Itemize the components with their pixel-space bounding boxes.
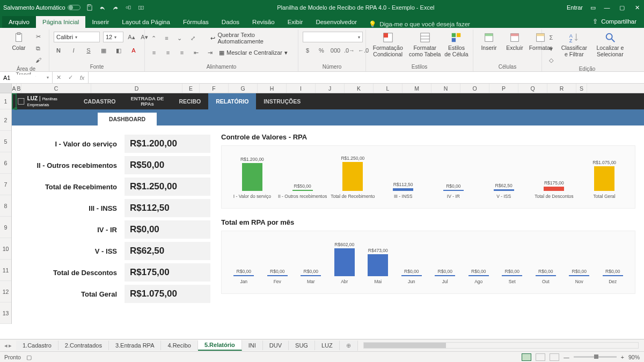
maximize-button[interactable]: ▢: [618, 4, 626, 11]
zoom-out-button[interactable]: —: [564, 354, 569, 360]
row-header[interactable]: 9: [0, 217, 11, 238]
align-right-icon[interactable]: ≡: [177, 48, 187, 57]
name-box-input[interactable]: [3, 75, 35, 81]
ribbon-opts-icon[interactable]: ▭: [590, 4, 596, 11]
font-size-combo[interactable]: 12▾: [103, 32, 123, 42]
col-header[interactable]: C: [21, 84, 91, 93]
col-header[interactable]: N: [431, 84, 460, 93]
tab-home[interactable]: Página Inicial: [36, 16, 85, 28]
wrap-text-button[interactable]: ↩Quebrar Texto Automaticamente: [210, 32, 294, 45]
sheet-nav-last-icon[interactable]: ▸: [9, 342, 12, 349]
worksheet-grid[interactable]: ABCDEFGHIJKLMNOPQRS 125678910111213 LUZ …: [0, 84, 644, 327]
copy-icon[interactable]: ⧉: [33, 43, 43, 53]
nav-entrada[interactable]: ENTRADA DERPAs: [123, 93, 172, 109]
sheet-tab-relatorio[interactable]: 5.Relatório: [198, 340, 242, 351]
redo-icon[interactable]: [112, 4, 119, 11]
insert-cells-button[interactable]: Inserir: [478, 32, 500, 51]
dashboard-tab[interactable]: DASHBOARD: [98, 113, 157, 125]
share-button[interactable]: ⇪ Compartilhar: [585, 15, 644, 28]
col-header[interactable]: A: [12, 84, 17, 93]
col-header[interactable]: F: [200, 84, 229, 93]
tab-developer[interactable]: Desenvolvedor: [309, 16, 363, 28]
col-header[interactable]: H: [258, 84, 287, 93]
sheet-tab-recibo[interactable]: 4.Recibo: [161, 341, 197, 350]
minimize-button[interactable]: —: [603, 4, 611, 11]
sheet-tab-cadastro[interactable]: 1.Cadastro: [16, 341, 58, 350]
col-header[interactable]: B: [17, 84, 21, 93]
font-color-button[interactable]: A: [129, 46, 138, 55]
close-button[interactable]: ✕: [633, 4, 641, 11]
fx-icon[interactable]: fx: [76, 75, 88, 81]
row-header[interactable]: 12: [0, 281, 11, 302]
row-header[interactable]: 13: [0, 302, 11, 324]
italic-button[interactable]: I: [69, 46, 78, 55]
col-header[interactable]: S: [576, 84, 587, 93]
align-left-icon[interactable]: ≡: [149, 48, 159, 57]
nav-recibo[interactable]: RECIBO: [171, 93, 208, 109]
col-header[interactable]: O: [460, 84, 489, 93]
tab-insert[interactable]: Inserir: [85, 16, 115, 28]
merge-button[interactable]: ▦Mesclar e Centralizar▾: [219, 49, 288, 56]
underline-button[interactable]: S: [84, 46, 93, 55]
sheet-tab-ini[interactable]: INI: [242, 341, 263, 350]
col-header[interactable]: L: [374, 84, 402, 93]
cancel-fx-icon[interactable]: ✕: [53, 74, 64, 81]
sheet-tab-duv[interactable]: DUV: [263, 341, 289, 350]
view-layout-button[interactable]: [536, 353, 545, 361]
format-table-button[interactable]: Formatar como Tabela: [409, 32, 441, 57]
col-header[interactable]: J: [316, 84, 345, 93]
tab-view[interactable]: Exibir: [281, 16, 310, 28]
select-all-corner[interactable]: [0, 84, 12, 93]
horizontal-scrollbar[interactable]: [363, 342, 639, 349]
sheet-tab-entrada[interactable]: 3.Entrada RPA: [109, 341, 162, 350]
enter-fx-icon[interactable]: ✓: [64, 74, 76, 81]
align-center-icon[interactable]: ≡: [163, 48, 173, 57]
bold-button[interactable]: N: [54, 46, 63, 55]
col-header[interactable]: Q: [518, 84, 547, 93]
nav-relatorio[interactable]: RELATÓRIO: [208, 93, 256, 109]
tab-review[interactable]: Revisão: [246, 16, 281, 28]
view-pagebreak-button[interactable]: [550, 353, 559, 361]
col-header[interactable]: M: [402, 84, 431, 93]
tab-file[interactable]: Arquivo: [2, 16, 36, 28]
orientation-icon[interactable]: ⤢: [188, 33, 197, 43]
save-icon[interactable]: [86, 4, 93, 11]
increase-indent-icon[interactable]: ⇥: [205, 48, 215, 57]
comma-icon[interactable]: 000: [331, 46, 340, 55]
currency-icon[interactable]: $: [303, 46, 312, 55]
cond-format-button[interactable]: Formatação Condicional: [370, 32, 406, 57]
zoom-level[interactable]: 90%: [628, 354, 640, 360]
zoom-slider[interactable]: [574, 356, 617, 358]
cell-styles-button[interactable]: Estilos de Célula: [444, 32, 469, 57]
row-headers[interactable]: 125678910111213: [0, 93, 12, 324]
col-header[interactable]: K: [345, 84, 374, 93]
nav-instrucoes[interactable]: INSTRUÇÕES: [256, 93, 308, 109]
find-select-button[interactable]: Localizar e Selecionar: [592, 32, 628, 57]
border-button[interactable]: ▦: [99, 46, 108, 55]
clear-icon[interactable]: ◇: [546, 55, 556, 65]
row-header[interactable]: 2: [0, 109, 11, 131]
align-middle-icon[interactable]: ≡: [162, 33, 171, 43]
tab-formulas[interactable]: Fórmulas: [177, 16, 215, 28]
undo-icon[interactable]: [99, 4, 106, 11]
sheet-tab-contratados[interactable]: 2.Contratados: [58, 341, 109, 350]
sheet-tab-luz[interactable]: LUZ: [315, 341, 340, 350]
row-header[interactable]: 11: [0, 260, 11, 281]
new-sheet-button[interactable]: ⊕: [340, 341, 358, 351]
fill-icon[interactable]: ▼: [546, 44, 556, 54]
macro-rec-icon[interactable]: ▢: [26, 354, 32, 360]
format-painter-icon[interactable]: 🖌: [33, 55, 43, 65]
sheet-tab-sug[interactable]: SUG: [289, 341, 315, 350]
percent-icon[interactable]: %: [317, 46, 326, 55]
signin-button[interactable]: Entrar: [567, 4, 583, 11]
tab-layout[interactable]: Layout da Página: [115, 16, 177, 28]
row-header[interactable]: 8: [0, 195, 11, 217]
autosave-toggle[interactable]: Salvamento Automático: [3, 4, 80, 11]
row-header[interactable]: 1: [0, 93, 11, 109]
tell-me[interactable]: 💡 Diga-me o que você deseja fazer: [369, 20, 470, 28]
cut-icon[interactable]: ✂: [33, 32, 43, 41]
row-header[interactable]: 5: [0, 131, 11, 152]
align-top-icon[interactable]: ⌃: [149, 33, 158, 43]
touch-icon[interactable]: [125, 4, 132, 11]
align-bottom-icon[interactable]: ⌄: [175, 33, 184, 43]
